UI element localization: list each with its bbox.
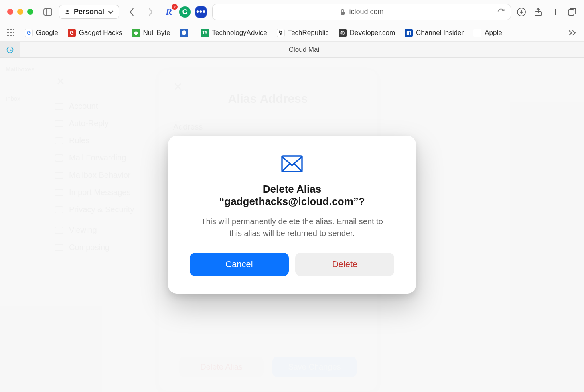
forward-button[interactable] <box>144 5 158 19</box>
minimize-window-button[interactable] <box>17 9 23 15</box>
svg-line-12 <box>294 164 302 171</box>
bookmark-label: Null Byte <box>143 29 170 37</box>
svg-line-11 <box>282 164 290 171</box>
pinned-tab[interactable] <box>0 42 20 57</box>
bookmark-label: Apple <box>485 29 502 37</box>
address-bar[interactable]: icloud.com <box>212 4 511 20</box>
favicon: G <box>25 29 33 37</box>
favicon: G <box>68 29 76 37</box>
back-button[interactable] <box>125 5 138 19</box>
tab-icloud-mail[interactable]: iCloud Mail <box>20 42 584 57</box>
extension-grammarly-icon[interactable]: G <box>179 6 191 18</box>
bookmark-channel-insider[interactable]: ◧ Channel Insider <box>405 29 464 37</box>
modal-overlay: Delete Alias “gadgethacks@icloud.com”? T… <box>0 58 584 392</box>
share-button[interactable] <box>533 7 543 17</box>
cancel-button[interactable]: Cancel <box>190 253 289 276</box>
bookmark-label: TechnologyAdvice <box>212 29 267 37</box>
bookmark-google[interactable]: G Google <box>25 29 58 37</box>
downloads-button[interactable] <box>517 7 526 17</box>
bookmarks-bar: G Google G Gadget Hacks ◆ Null Byte ⬢ TA… <box>0 24 584 42</box>
svg-point-2 <box>66 10 68 12</box>
svg-rect-0 <box>44 9 52 15</box>
bookmarks-overflow-button[interactable] <box>568 30 577 36</box>
favicon: ↯ <box>277 29 285 37</box>
svg-rect-8 <box>568 10 574 15</box>
bookmark-developer-com[interactable]: ◎ Developer.com <box>339 29 395 37</box>
extension-icons: R2 G ••• <box>163 6 207 18</box>
dialog-title: Delete Alias “gadgethacks@icloud.com”? <box>190 183 394 208</box>
chevron-down-icon <box>107 9 114 15</box>
dialog-body: This will permanently delete the alias. … <box>197 216 387 239</box>
tab-overview-button[interactable] <box>567 7 577 17</box>
bookmark-apple[interactable]: Apple <box>473 29 502 37</box>
bookmark-label: Developer.com <box>350 29 395 37</box>
bookmark-technologyadvice[interactable]: TA TechnologyAdvice <box>201 29 267 37</box>
tab-strip: iCloud Mail <box>0 42 584 58</box>
favicon <box>473 29 481 37</box>
address-host: icloud.com <box>349 8 384 16</box>
extension-r-icon[interactable]: R2 <box>163 6 174 18</box>
delete-button[interactable]: Delete <box>295 253 394 276</box>
favicon: ◆ <box>132 29 140 37</box>
bookmark-label: Channel Insider <box>416 29 464 37</box>
reload-button[interactable] <box>497 8 505 16</box>
profile-label: Personal <box>74 8 104 16</box>
bookmark-gadget-hacks[interactable]: G Gadget Hacks <box>68 29 122 37</box>
lock-icon <box>340 9 345 15</box>
favicon: ◧ <box>405 29 413 37</box>
extension-bitwarden-icon[interactable]: ••• <box>195 6 207 18</box>
profile-picker[interactable]: Personal <box>59 5 119 19</box>
sidebar-toggle-button[interactable] <box>42 6 53 18</box>
bookmark-label: TechRepublic <box>288 29 329 37</box>
clockify-icon <box>6 46 14 54</box>
new-tab-button[interactable] <box>550 7 560 17</box>
mail-icon <box>190 155 394 173</box>
zoom-window-button[interactable] <box>27 9 33 15</box>
extension-badge: 2 <box>172 4 178 10</box>
bookmark-techrepublic[interactable]: ↯ TechRepublic <box>277 29 329 37</box>
close-window-button[interactable] <box>7 9 13 15</box>
window-controls <box>7 9 33 15</box>
browser-toolbar: Personal R2 G ••• icloud.com <box>0 0 584 24</box>
person-icon <box>64 9 71 15</box>
delete-alias-dialog: Delete Alias “gadgethacks@icloud.com”? T… <box>168 136 416 294</box>
app-viewport: Mailboxes Inbox ✕ Account Auto-Reply Rul… <box>0 58 584 392</box>
favicon: TA <box>201 29 209 37</box>
apps-grid-button[interactable] <box>7 29 15 37</box>
favicon: ◎ <box>339 29 347 37</box>
favicon: ⬢ <box>180 29 188 37</box>
svg-rect-3 <box>341 12 345 15</box>
bookmark-label: Google <box>36 29 58 37</box>
bookmark-label: Gadget Hacks <box>79 29 122 37</box>
bookmark-unnamed[interactable]: ⬢ <box>180 29 191 37</box>
toolbar-right <box>517 7 577 17</box>
tab-title: iCloud Mail <box>287 46 321 54</box>
bookmark-null-byte[interactable]: ◆ Null Byte <box>132 29 170 37</box>
